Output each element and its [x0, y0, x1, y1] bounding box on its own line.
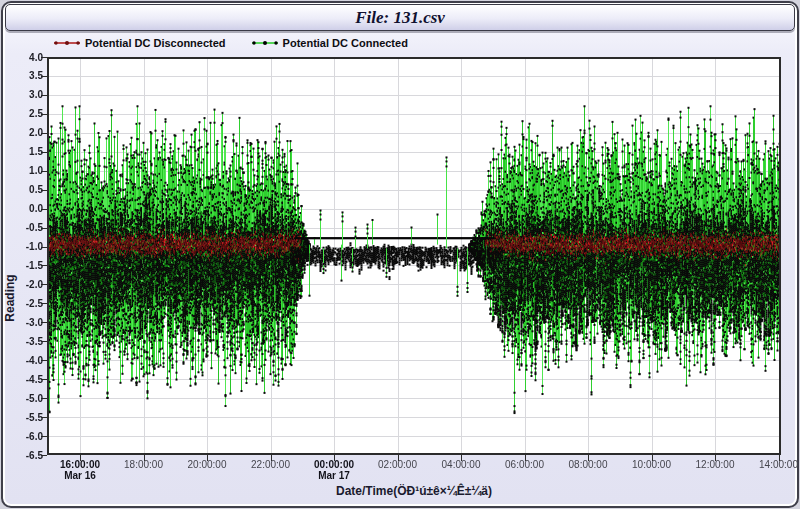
legend: Potential DC Disconnected Potential DC C…	[54, 37, 408, 49]
y-tick-label: 2.5	[0, 107, 43, 120]
x-tick-label: 04:00:00	[429, 459, 493, 470]
y-tick-label: 4.0	[0, 51, 43, 64]
y-tick-label: -4.0	[0, 354, 43, 367]
x-axis-title: Date/Time(ÖÐ¹ú±ê×¼Ê±¼ä)	[47, 484, 781, 498]
y-tick-label: -6.5	[0, 449, 43, 462]
y-tick-label: -5.0	[0, 392, 43, 405]
green-line-marker-icon	[252, 38, 278, 48]
y-tick-label: -3.0	[0, 316, 43, 329]
y-tick-label: 0.0	[0, 202, 43, 215]
x-tick-label: 08:00:00	[556, 459, 620, 470]
y-tick-label: 2.0	[0, 126, 43, 139]
legend-label-connected: Potential DC Connected	[283, 37, 408, 49]
y-tick-label: 1.0	[0, 164, 43, 177]
y-tick-label: -0.5	[0, 221, 43, 234]
y-tick-label: -1.5	[0, 259, 43, 272]
chart-window: File: 131.csv Potential DC Disconnected …	[0, 0, 800, 509]
y-tick-label: 0.5	[0, 183, 43, 196]
x-tick-label: 06:00:00	[493, 459, 557, 470]
x-tick-label: 14:00:00	[747, 459, 800, 470]
y-tick-label: -4.5	[0, 373, 43, 386]
x-tick-label: 20:00:00	[175, 459, 239, 470]
y-tick-label: -1.0	[0, 240, 43, 253]
y-tick-label: -5.5	[0, 411, 43, 424]
y-tick-label: -2.0	[0, 278, 43, 291]
y-tick-label: -6.0	[0, 430, 43, 443]
x-tick-label: 22:00:00	[239, 459, 303, 470]
red-line-marker-icon	[54, 38, 80, 48]
legend-label-disconnected: Potential DC Disconnected	[85, 37, 226, 49]
x-tick-label: 16:00:00Mar 16	[48, 459, 112, 481]
x-tick-label: 10:00:00	[620, 459, 684, 470]
y-tick-label: 3.5	[0, 69, 43, 82]
x-tick-label: 18:00:00	[112, 459, 176, 470]
title-bar: File: 131.csv	[5, 4, 795, 31]
y-tick-label: 1.5	[0, 145, 43, 158]
y-tick-label: -3.5	[0, 335, 43, 348]
x-tick-label: 12:00:00	[683, 459, 747, 470]
legend-item-connected[interactable]: Potential DC Connected	[252, 37, 408, 49]
plot-canvas[interactable]	[41, 57, 787, 462]
y-tick-label: 3.0	[0, 88, 43, 101]
x-tick-label: 00:00:00Mar 17	[302, 459, 366, 481]
x-tick-label: 02:00:00	[366, 459, 430, 470]
y-tick-label: -2.5	[0, 297, 43, 310]
window-title: File: 131.csv	[355, 8, 445, 28]
legend-item-disconnected[interactable]: Potential DC Disconnected	[54, 37, 226, 49]
